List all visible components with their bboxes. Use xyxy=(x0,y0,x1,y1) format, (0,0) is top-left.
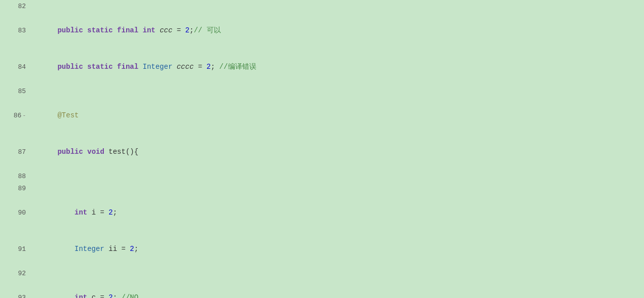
var-ccc: ccc xyxy=(160,26,172,34)
code-line-85: 85 xyxy=(0,85,644,97)
class-integer-91: Integer xyxy=(74,245,104,253)
line-number-87: 87 xyxy=(0,148,28,156)
class-integer: Integer xyxy=(143,63,173,71)
num-2e: 2 xyxy=(108,293,112,298)
var-ii: ii xyxy=(108,245,117,253)
fold-indicator-86[interactable]: - xyxy=(22,112,26,118)
line-number-88: 88 xyxy=(0,173,28,180)
kw-void: void xyxy=(87,148,104,156)
code-line-90: 90 int i = 2; xyxy=(0,194,644,231)
kw-public: public xyxy=(57,26,83,34)
kw-final: final xyxy=(117,26,138,34)
code-content-93: int c = 2; //NO. xyxy=(28,279,143,298)
line-number-83: 83 xyxy=(0,27,28,34)
line-number-93: 93 xyxy=(0,294,28,299)
line-number-82: 82 xyxy=(0,3,28,10)
code-content-84: public static final Integer cccc = 2; //… xyxy=(28,49,256,85)
line-number-91: 91 xyxy=(0,245,28,253)
code-line-84: 84 public static final Integer cccc = 2;… xyxy=(0,49,644,85)
kw-static2: static xyxy=(87,63,112,71)
comment-83: // 可以 xyxy=(194,26,220,34)
code-line-86: 86- @Test xyxy=(0,97,644,134)
kw-public3: public xyxy=(57,148,83,156)
annotation-test: @Test xyxy=(57,111,79,119)
line-number-84: 84 xyxy=(0,63,28,71)
code-line-93: 93 int c = 2; //NO. xyxy=(0,279,644,298)
code-line-91: 91 Integer ii = 2; xyxy=(0,231,644,267)
code-line-83: 83 public static final int ccc = 2;// 可以 xyxy=(0,12,644,49)
func-test: test xyxy=(108,148,126,156)
code-line-87: 87 public void test(){ xyxy=(0,134,644,170)
kw-static: static xyxy=(87,26,112,34)
code-content-87: public void test(){ xyxy=(28,134,138,170)
line-number-90: 90 xyxy=(0,209,28,217)
code-content-90: int i = 2; xyxy=(28,194,117,231)
code-editor: 82 83 public static final int ccc = 2;//… xyxy=(0,0,644,298)
kw-final2: final xyxy=(117,63,138,71)
line-number-89: 89 xyxy=(0,185,28,192)
line-number-86: 86- xyxy=(0,112,28,119)
num-2b: 2 xyxy=(207,63,211,71)
kw-int-93: int xyxy=(74,293,87,298)
line-number-92: 92 xyxy=(0,270,28,277)
code-line-82: 82 xyxy=(0,0,644,12)
var-c: c xyxy=(92,293,96,298)
code-line-89: 89 xyxy=(0,182,644,194)
comment-84: //编译错误 xyxy=(219,63,256,71)
line-number-85: 85 xyxy=(0,88,28,95)
num-2: 2 xyxy=(185,26,190,34)
code-line-92: 92 xyxy=(0,267,644,279)
num-2c: 2 xyxy=(108,208,112,217)
var-i: i xyxy=(92,208,96,217)
comment-93: //NO. xyxy=(121,293,142,298)
code-content-86: @Test xyxy=(28,97,79,134)
code-content-83: public static final int ccc = 2;// 可以 xyxy=(28,12,221,49)
kw-public2: public xyxy=(57,63,83,71)
code-line-88: 88 xyxy=(0,170,644,182)
var-cccc: cccc xyxy=(177,63,194,71)
num-2d: 2 xyxy=(130,245,134,253)
kw-int: int xyxy=(143,26,156,34)
kw-int-90: int xyxy=(74,208,87,217)
code-content-91: Integer ii = 2; xyxy=(28,231,138,267)
